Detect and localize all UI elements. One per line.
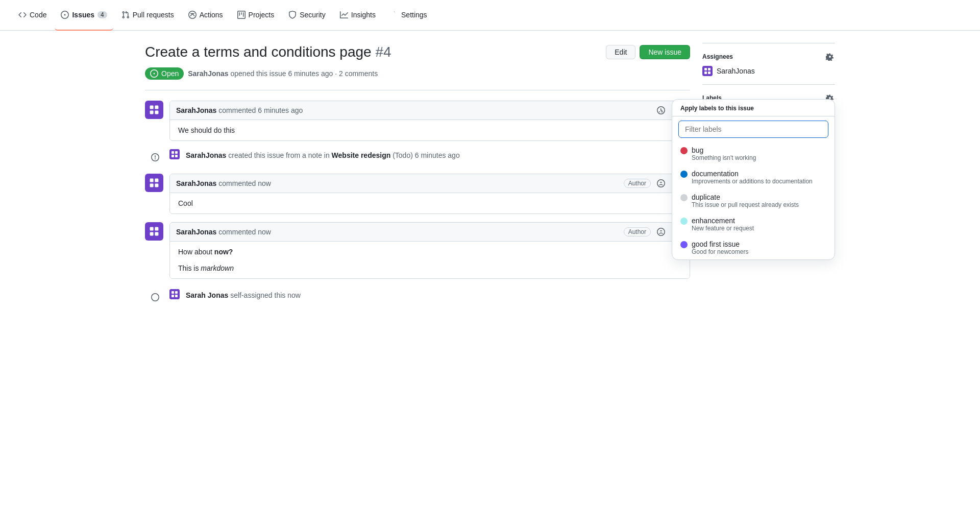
svg-rect-14 bbox=[155, 184, 158, 187]
filter-labels-input[interactable] bbox=[678, 121, 828, 138]
comment-author-info: SarahJonas commented 6 minutes ago bbox=[176, 106, 303, 114]
label-item-documentation[interactable]: documentation Improvements or additions … bbox=[672, 165, 835, 189]
label-desc-bug: Something isn't working bbox=[692, 154, 756, 161]
nav-item-security[interactable]: Security bbox=[282, 0, 332, 31]
emoji-button[interactable] bbox=[655, 178, 667, 188]
nav-settings-label: Settings bbox=[401, 11, 427, 19]
labels-section: Labels Apply labels to this issue bbox=[702, 84, 835, 115]
nav-item-actions[interactable]: Actions bbox=[182, 0, 229, 31]
project-link[interactable]: Website redesign bbox=[332, 151, 391, 159]
labels-popup: Apply labels to this issue bug Something… bbox=[672, 99, 835, 260]
label-item-good-first-issue[interactable]: good first issue Good for newcomers bbox=[672, 236, 835, 259]
comment-time: commented now bbox=[218, 228, 271, 236]
svg-rect-11 bbox=[150, 179, 154, 182]
assignee-avatar bbox=[702, 66, 713, 76]
insights-icon bbox=[340, 11, 348, 19]
issues-badge: 4 bbox=[97, 11, 107, 18]
label-item-enhancement[interactable]: enhancement New feature or request bbox=[672, 212, 835, 236]
label-info-documentation: documentation Improvements or additions … bbox=[692, 170, 813, 185]
author-badge: Author bbox=[624, 227, 651, 236]
comment-header: SarahJonas commented now Author bbox=[170, 174, 690, 193]
comment-author: SarahJonas bbox=[176, 228, 216, 236]
divider bbox=[145, 90, 690, 90]
issue-meta: SarahJonas opened this issue 6 minutes a… bbox=[188, 69, 378, 78]
open-icon bbox=[150, 69, 158, 78]
projects-icon bbox=[237, 11, 246, 19]
nav-projects-label: Projects bbox=[249, 11, 275, 19]
avatar bbox=[145, 222, 163, 241]
nav-security-label: Security bbox=[300, 11, 326, 19]
label-name-good-first-issue: good first issue bbox=[692, 240, 748, 248]
svg-rect-26 bbox=[704, 68, 707, 70]
label-name-enhancement: enhancement bbox=[692, 217, 754, 225]
label-name-documentation: documentation bbox=[692, 170, 813, 178]
nav-item-code[interactable]: Code bbox=[12, 0, 53, 31]
comment-thread: SarahJonas commented 6 minutes ago bbox=[145, 101, 690, 314]
label-desc-good-first-issue: Good for newcomers bbox=[692, 248, 748, 255]
nav-item-pull-requests[interactable]: Pull requests bbox=[115, 0, 180, 31]
svg-rect-13 bbox=[150, 184, 154, 187]
timeline-icon bbox=[147, 149, 163, 165]
label-desc-documentation: Improvements or additions to documentati… bbox=[692, 178, 813, 185]
code-icon bbox=[18, 11, 27, 19]
comment-author: SarahJonas bbox=[176, 106, 216, 114]
new-issue-button[interactable]: New issue bbox=[640, 45, 690, 59]
issue-comments-count: 2 comments bbox=[339, 69, 378, 78]
svg-rect-25 bbox=[702, 66, 713, 76]
comment-header: SarahJonas commented now Author bbox=[170, 223, 690, 242]
filter-container bbox=[672, 116, 835, 142]
sidebar: Assignees SarahJonas bbox=[702, 43, 835, 314]
timeline-event: SarahJonas created this issue from a not… bbox=[145, 149, 690, 165]
nav-item-settings[interactable]: Settings bbox=[384, 0, 433, 31]
issue-title-text: Create a terms and conditions page bbox=[145, 44, 372, 60]
svg-rect-23 bbox=[172, 295, 174, 297]
svg-rect-0 bbox=[147, 103, 161, 117]
main-container: Create a terms and conditions page #4 Ed… bbox=[133, 31, 847, 314]
label-info-good-first-issue: good first issue Good for newcomers bbox=[692, 240, 748, 255]
nav-item-insights[interactable]: Insights bbox=[334, 0, 382, 31]
security-icon bbox=[288, 11, 297, 19]
labels-popup-header: Apply labels to this issue bbox=[672, 100, 835, 116]
label-list: bug Something isn't working documentatio… bbox=[672, 142, 835, 259]
svg-rect-20 bbox=[169, 289, 180, 299]
comment-header: SarahJonas commented 6 minutes ago bbox=[170, 101, 690, 120]
emoji-button[interactable] bbox=[655, 227, 667, 237]
content-area: Create a terms and conditions page #4 Ed… bbox=[145, 43, 690, 314]
assignees-gear-button[interactable] bbox=[825, 52, 835, 62]
footer-timeline-avatar bbox=[169, 289, 180, 299]
svg-rect-2 bbox=[155, 106, 158, 109]
enhancement-dot bbox=[680, 218, 688, 225]
comment-box: SarahJonas commented now Author bbox=[169, 174, 690, 214]
nav-item-projects[interactable]: Projects bbox=[231, 0, 281, 31]
svg-rect-6 bbox=[172, 151, 174, 154]
label-info-bug: bug Something isn't working bbox=[692, 146, 756, 161]
avatar bbox=[145, 174, 163, 192]
svg-rect-12 bbox=[155, 179, 158, 182]
assignees-header: Assignees bbox=[702, 52, 835, 62]
assignee-name: SarahJonas bbox=[717, 67, 755, 75]
emoji-button[interactable] bbox=[655, 105, 667, 115]
comment-body: How about now? This is markdown bbox=[170, 242, 690, 278]
comment-time: commented now bbox=[218, 179, 271, 187]
author-badge: Author bbox=[624, 179, 651, 188]
assignees-section: Assignees SarahJonas bbox=[702, 43, 835, 84]
issue-opened-time: 6 minutes ago bbox=[288, 69, 333, 78]
footer-timeline-text: Sarah Jonas self-assigned this now bbox=[186, 289, 301, 299]
edit-button[interactable]: Edit bbox=[606, 45, 635, 59]
svg-rect-1 bbox=[150, 106, 154, 109]
svg-rect-24 bbox=[175, 295, 178, 297]
timeline-text: SarahJonas created this issue from a not… bbox=[186, 149, 460, 159]
svg-rect-8 bbox=[172, 155, 174, 157]
issues-icon bbox=[61, 11, 69, 19]
label-name-duplicate: duplicate bbox=[692, 193, 799, 201]
label-item-bug[interactable]: bug Something isn't working bbox=[672, 142, 835, 165]
documentation-dot bbox=[680, 171, 688, 178]
issue-number: #4 bbox=[375, 44, 391, 60]
label-item-duplicate[interactable]: duplicate This issue or pull request alr… bbox=[672, 189, 835, 212]
svg-rect-21 bbox=[172, 291, 174, 294]
nav-issues-label: Issues bbox=[72, 11, 94, 19]
top-navigation: Code Issues 4 Pull requests Actions Proj… bbox=[0, 0, 980, 31]
nav-item-issues[interactable]: Issues 4 bbox=[55, 0, 113, 31]
status-row: Open SarahJonas opened this issue 6 minu… bbox=[145, 67, 690, 80]
assignees-title: Assignees bbox=[702, 53, 733, 60]
